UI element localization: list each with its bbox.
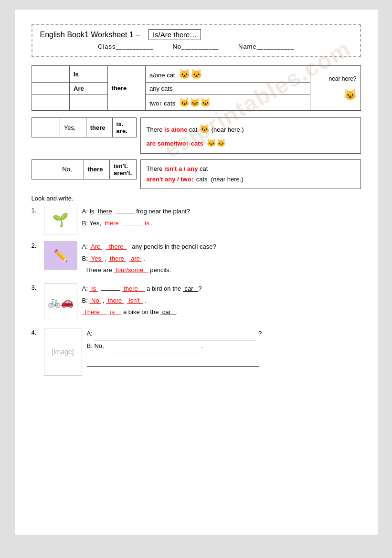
header-box: English Book1 Worksheet 1 – Is/Are there…	[32, 24, 361, 57]
exercise-item-2: 2. ✏️ A: Are there any pencils in the pe…	[32, 241, 361, 276]
cell-is: Is	[70, 66, 108, 83]
item-1-line-a: A: Is there frog near the plant?	[82, 206, 361, 218]
item-3-number: 3.	[32, 283, 39, 291]
no-section: No, there isn't. aren't. There isn't a /…	[32, 159, 361, 189]
header-fields: Class No Name	[40, 43, 352, 50]
item-3-line-c: There is a bike on the car .	[82, 306, 361, 318]
item-3-line-b: B: No , there isn't .	[82, 295, 361, 307]
badge-label: Is/Are there…	[148, 29, 201, 40]
no-arent-cell: aren't.	[114, 169, 132, 177]
class-label: Class	[98, 43, 153, 50]
no-table-wrap: No, there isn't. aren't.	[32, 159, 137, 189]
item-3-line-a: A: Is there a bird on the car ?	[82, 283, 361, 295]
item-4-content: A: ? B: No, .	[87, 328, 361, 367]
item-1-content: A: Is there frog near the plant? B: Yes,…	[82, 206, 361, 229]
look-write-title: Look and write.	[32, 195, 361, 202]
grammar-table-1: Is there a/one cat 🐱🐱 near here? 😺 Are a…	[32, 65, 361, 111]
name-label: Name	[238, 43, 294, 50]
yes-table: Yes, there is. are.	[32, 117, 137, 137]
item-2-line-a: A: Are there any pencils in the pencil c…	[82, 241, 361, 253]
exercise-item-3: 3. 🚲🚗 A: Is there a bird on the car ? B:…	[32, 283, 361, 321]
no-answer-line2: aren't any / two↑ cats (near here.)	[147, 174, 355, 185]
no-answer-box: There isn't a / any cat aren't any / two…	[140, 159, 361, 189]
item-2-content: A: Are there any pencils in the pencil c…	[82, 241, 361, 276]
yes-answer-line1: There is a/one cat 🐱 (near here.)	[147, 122, 355, 137]
yes-are-cell: are.	[117, 127, 132, 135]
item-2-line-b: B: Yes , there are .	[82, 253, 361, 265]
item-4-image: [image]	[44, 328, 82, 376]
exercise-item-1: 1. 🌱 A: Is there frog near the plant? B:…	[32, 206, 361, 234]
item-3-content: A: Is there a bird on the car ? B: No , …	[82, 283, 361, 318]
yes-section: Yes, there is. are. There is a/one cat 🐱…	[32, 117, 361, 154]
exercise-item-4: 4. [image] A: ? B: No, .	[32, 328, 361, 376]
title-text: English Book1 Worksheet 1 –	[40, 31, 140, 39]
no-label: No	[172, 43, 219, 50]
yes-answer-line2: are some/two↑ cats 🐱🐱	[147, 137, 355, 149]
no-there-cell: there	[84, 159, 109, 179]
no-cell: No,	[58, 159, 84, 179]
header-title: English Book1 Worksheet 1 – Is/Are there…	[40, 31, 352, 39]
item-4-line-c	[87, 354, 361, 367]
cell-a-one-cat: a/one cat 🐱🐱	[146, 66, 310, 83]
yes-is-cell: is.	[117, 120, 132, 127]
item-4-number: 4.	[32, 328, 39, 336]
cell-two-cats: two↑ cats 🐱🐱🐱	[146, 95, 310, 111]
yes-cell: Yes,	[60, 118, 86, 137]
yes-there-cell: there	[86, 118, 112, 137]
no-table: No, there isn't. aren't.	[32, 159, 137, 179]
item-2-number: 2.	[32, 241, 39, 249]
item-4-line-b: B: No, .	[87, 340, 361, 353]
item-3-image: 🚲🚗	[44, 283, 77, 321]
yes-table-wrap: Yes, there is. are.	[32, 117, 137, 154]
no-isnt-cell: isn't.	[114, 162, 132, 169]
cell-any-cats: any cats	[146, 83, 310, 95]
cell-near-here: near here? 😺	[310, 66, 360, 111]
item-1-image: 🌱	[44, 206, 77, 234]
yes-answer-box: There is a/one cat 🐱 (near here.) are so…	[140, 117, 361, 154]
item-1-line-b: B: Yes, there is .	[82, 218, 361, 230]
item-2-line-c: There are four/some pencils.	[82, 264, 361, 276]
no-answer-line1: There isn't a / any cat	[147, 164, 355, 174]
item-2-image: ✏️	[44, 241, 77, 270]
worksheet-page: eslprintables.com English Book1 Workshee…	[15, 10, 378, 535]
cell-are: Are	[70, 83, 108, 95]
look-write-section: Look and write. 1. 🌱 A: Is there frog ne…	[32, 195, 361, 376]
cell-there: there	[107, 66, 146, 111]
item-4-line-a: A: ?	[87, 328, 361, 340]
item-1-number: 1.	[32, 206, 39, 214]
